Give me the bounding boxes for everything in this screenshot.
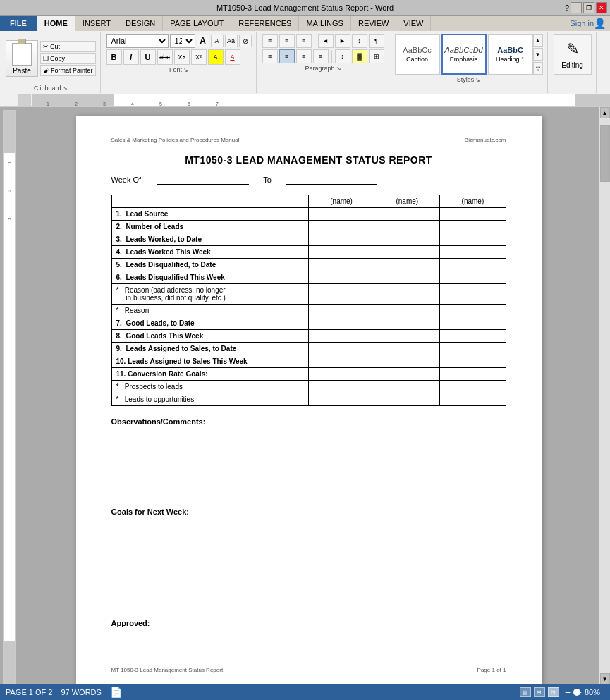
italic-button[interactable]: I [123, 49, 139, 65]
justify-button[interactable]: ≡ [313, 49, 329, 63]
increase-font-button[interactable]: A [197, 35, 209, 47]
styles-more-button[interactable]: ▽ [533, 62, 543, 75]
row6a-col3 [440, 284, 506, 305]
scrollbar-thumb[interactable] [600, 125, 610, 182]
view-icons: ▤ ⊞ ⊡ [520, 687, 559, 697]
style-caption[interactable]: AaBbCc Caption [395, 34, 440, 75]
subscript-button[interactable]: X₂ [174, 49, 190, 65]
tab-insert[interactable]: INSERT [75, 16, 118, 31]
close-button[interactable]: ✕ [596, 2, 607, 13]
tab-references[interactable]: REFERENCES [231, 16, 299, 31]
table-row: 7. Good Leads, to Date [111, 317, 506, 330]
numbering-button[interactable]: ≡ [279, 34, 295, 48]
print-layout-view[interactable]: ▤ [520, 687, 531, 697]
align-left-button[interactable]: ≡ [262, 49, 278, 63]
font-color-button[interactable]: A [225, 49, 240, 65]
sort-button[interactable]: ↕ [352, 34, 367, 48]
style-heading1[interactable]: AaBbC Heading 1 [488, 34, 533, 75]
styles-scroll-up[interactable]: ▲ [533, 34, 543, 47]
doc-area[interactable]: Sales & Marketing Policies and Procedure… [18, 107, 599, 684]
week-of-field[interactable] [157, 176, 249, 185]
font-controls: Arial 12 A A Aa ⊘ B I U abc X₂ X² A [106, 34, 252, 65]
highlight-button[interactable]: A [208, 49, 224, 65]
zoom-slider-thumb[interactable] [573, 689, 580, 696]
copy-button[interactable]: ❐ Copy [40, 53, 96, 64]
row5-col1 [309, 259, 374, 271]
multilevel-button[interactable]: ≡ [296, 34, 312, 48]
row1-label: 1. Lead Source [111, 208, 309, 221]
tab-view[interactable]: VIEW [396, 16, 431, 31]
row11a-col3 [440, 381, 506, 393]
align-right-button[interactable]: ≡ [296, 49, 312, 63]
doc-icon[interactable]: 📄 [110, 687, 122, 698]
scrollbar-down-button[interactable]: ▼ [600, 673, 610, 684]
observations-content[interactable] [111, 430, 506, 465]
borders-button[interactable]: ⊞ [369, 49, 384, 63]
row8-label: 8. Good Leads This Week [111, 330, 309, 343]
table-row: * Reason (bad address, no longer in busi… [111, 284, 506, 305]
goals-content[interactable] [111, 520, 506, 577]
increase-indent-button[interactable]: ► [335, 34, 350, 48]
vertical-ruler: 1 2 3 [3, 110, 16, 684]
tab-review[interactable]: REVIEW [351, 16, 396, 31]
zoom-minus-button[interactable]: − [565, 687, 571, 698]
table-row: 5. Leads Disqualified, to Date [111, 259, 506, 271]
line-spacing-button[interactable]: ↕ [335, 49, 350, 63]
row3-col2 [374, 233, 440, 246]
bullets-button[interactable]: ≡ [262, 34, 278, 48]
row10-col3 [440, 355, 506, 368]
superscript-button[interactable]: X² [191, 49, 207, 65]
vertical-scrollbar[interactable]: ▲ ▼ [599, 107, 610, 684]
row11b-label: * Leads to opportunities [111, 393, 309, 406]
row9-col2 [374, 343, 440, 355]
clipboard-expand-icon[interactable]: ↘ [63, 85, 68, 92]
to-field[interactable] [286, 176, 377, 185]
editing-button[interactable]: ✎ Editing [554, 34, 592, 75]
minimize-button[interactable]: ─ [571, 2, 582, 13]
shading-button[interactable]: ▓ [352, 49, 367, 63]
style-emphasis[interactable]: AaBbCcDd Emphasis [441, 34, 487, 75]
format-painter-button[interactable]: 🖌 Format Painter [40, 65, 96, 76]
observations-section: Observations/Comments: [111, 417, 506, 465]
web-layout-view[interactable]: ⊡ [548, 687, 559, 697]
main-layout: 1 2 3 Sales & Marketing Policies and Pro… [0, 107, 610, 684]
full-screen-view[interactable]: ⊞ [534, 687, 545, 697]
font-family-select[interactable]: Arial [106, 34, 169, 48]
document-title: MT1050-3 LEAD MANAGEMENT STATUS REPORT [111, 154, 506, 166]
help-icon[interactable]: ? [565, 4, 569, 12]
tab-design[interactable]: DESIGN [118, 16, 163, 31]
row7-col3 [440, 317, 506, 330]
tab-page-layout[interactable]: PAGE LAYOUT [163, 16, 231, 31]
styles-expand-icon[interactable]: ↘ [475, 77, 480, 83]
clear-formatting-button[interactable]: ⊘ [239, 35, 252, 47]
strikethrough-button[interactable]: abc [157, 49, 173, 65]
tab-file[interactable]: FILE [0, 16, 37, 31]
decrease-font-button[interactable]: A [211, 35, 224, 47]
row11-col1 [309, 368, 374, 381]
show-paragraph-button[interactable]: ¶ [369, 34, 384, 48]
editing-group: ✎ Editing [549, 32, 597, 93]
tab-mailings[interactable]: MAILINGS [299, 16, 351, 31]
table-row: * Reason [111, 305, 506, 317]
bold-button[interactable]: B [106, 49, 122, 65]
align-center-button[interactable]: ≡ [279, 49, 295, 63]
observations-label: Observations/Comments: [111, 417, 506, 426]
cut-button[interactable]: ✂ Cut [40, 41, 96, 52]
sign-in-button[interactable]: Sign in 👤 [570, 16, 606, 31]
row11b-col1 [309, 393, 374, 406]
underline-button[interactable]: U [140, 49, 156, 65]
font-expand-icon[interactable]: ↘ [183, 67, 188, 73]
scrollbar-up-button[interactable]: ▲ [600, 107, 610, 118]
font-size-select[interactable]: 12 [170, 34, 195, 48]
approved-content[interactable] [111, 632, 506, 653]
clipboard-label: Clipboard ↘ [34, 85, 68, 92]
decrease-indent-button[interactable]: ◄ [318, 34, 334, 48]
styles-scroll-down[interactable]: ▼ [533, 48, 543, 61]
row4-col2 [374, 246, 440, 259]
footer-left-text: MT 1050-3 Lead Management Status Report [111, 667, 224, 673]
paste-button[interactable]: Paste [6, 40, 38, 77]
restore-button[interactable]: ❐ [583, 2, 594, 13]
change-case-button[interactable]: Aa [225, 35, 238, 47]
tab-home[interactable]: HOME [37, 16, 75, 31]
paragraph-expand-icon[interactable]: ↘ [336, 66, 341, 72]
